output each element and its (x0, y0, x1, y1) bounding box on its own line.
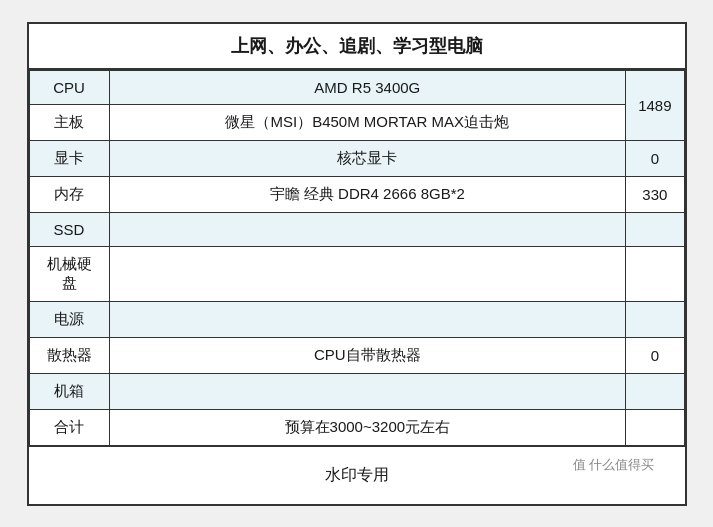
row-value: 微星（MSI）B450M MORTAR MAX迫击炮 (109, 104, 626, 140)
table-title: 上网、办公、追剧、学习型电脑 (29, 24, 685, 70)
row-label: 主板 (29, 104, 109, 140)
main-container: 上网、办公、追剧、学习型电脑 CPUAMD R5 3400G1489主板微星（M… (27, 22, 687, 506)
table-row: 合计预算在3000~3200元左右 (29, 409, 684, 445)
table-row: 内存宇瞻 经典 DDR4 2666 8GB*2330 (29, 176, 684, 212)
row-label: 内存 (29, 176, 109, 212)
row-value: 宇瞻 经典 DDR4 2666 8GB*2 (109, 176, 626, 212)
row-price (626, 246, 684, 301)
table-row: 机械硬盘 (29, 246, 684, 301)
row-value: CPU自带散热器 (109, 337, 626, 373)
row-value (109, 212, 626, 246)
row-value: 预算在3000~3200元左右 (109, 409, 626, 445)
row-label: 电源 (29, 301, 109, 337)
table-row: 显卡核芯显卡0 (29, 140, 684, 176)
row-value (109, 373, 626, 409)
table-row: 机箱 (29, 373, 684, 409)
table-row: CPUAMD R5 3400G1489 (29, 70, 684, 104)
row-price: 0 (626, 140, 684, 176)
site-logo: 值 什么值得买 (573, 456, 655, 474)
row-price: 1489 (626, 70, 684, 140)
row-price (626, 409, 684, 445)
row-label: 机箱 (29, 373, 109, 409)
row-label: 显卡 (29, 140, 109, 176)
footer-area: 水印专用 值 什么值得买 (29, 446, 685, 504)
table-row: 主板微星（MSI）B450M MORTAR MAX迫击炮 (29, 104, 684, 140)
row-price: 330 (626, 176, 684, 212)
row-price (626, 373, 684, 409)
row-price (626, 301, 684, 337)
watermark-text: 水印专用 (29, 446, 685, 504)
table-row: SSD (29, 212, 684, 246)
row-price: 0 (626, 337, 684, 373)
row-value: AMD R5 3400G (109, 70, 626, 104)
table-row: 散热器CPU自带散热器0 (29, 337, 684, 373)
row-label: 散热器 (29, 337, 109, 373)
row-label: SSD (29, 212, 109, 246)
row-label: CPU (29, 70, 109, 104)
row-value (109, 301, 626, 337)
row-label: 合计 (29, 409, 109, 445)
components-table: CPUAMD R5 3400G1489主板微星（MSI）B450M MORTAR… (29, 70, 685, 446)
row-price (626, 212, 684, 246)
row-value (109, 246, 626, 301)
row-value: 核芯显卡 (109, 140, 626, 176)
row-label: 机械硬盘 (29, 246, 109, 301)
table-row: 电源 (29, 301, 684, 337)
